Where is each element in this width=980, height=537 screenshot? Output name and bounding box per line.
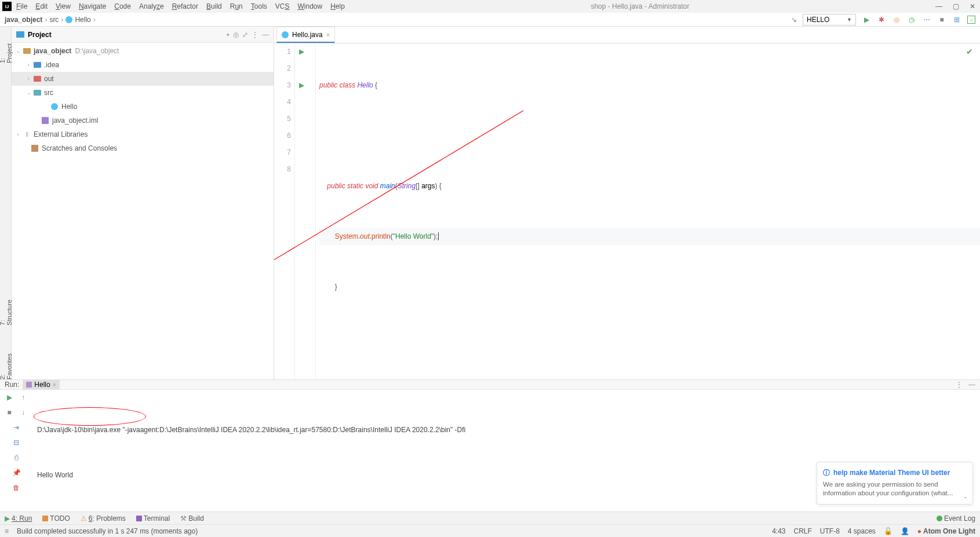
up-stack-button[interactable]: ↑ xyxy=(18,392,28,403)
notification-chevron-icon[interactable]: ⌄ xyxy=(963,494,968,499)
project-tree: ⌵ java_object D:\java_object › .idea › o… xyxy=(12,43,274,379)
editor-area: Hello.java × 1234 5678 ▶ ▶ public class … xyxy=(274,27,980,379)
notification-title: help make Material Theme UI better xyxy=(833,469,950,477)
scroll-end-button[interactable]: ⊟ xyxy=(11,437,21,448)
tree-hello-class[interactable]: Hello xyxy=(12,100,274,114)
breadcrumb-src[interactable]: src xyxy=(49,16,59,24)
run-tool-window: Run: Hello × ⋮ — ▶ ↑ ■ ↓ ⇥ ⊟ ⎙ 📌 🗑 xyxy=(0,379,980,512)
run-tab-hello[interactable]: Hello × xyxy=(23,380,59,389)
editor-tab-label: Hello.java xyxy=(292,31,323,39)
run-button[interactable]: ▶ xyxy=(862,15,871,24)
collapse-icon[interactable]: ⤢ xyxy=(242,31,248,39)
tool-structure-tab[interactable]: 7: Structure xyxy=(0,295,13,326)
tree-root[interactable]: ⌵ java_object D:\java_object xyxy=(12,44,274,58)
close-tab-icon[interactable]: × xyxy=(326,31,330,38)
navigation-bar: java_object › src › Hello › ↘ HELLO ▼ ▶ … xyxy=(0,13,980,27)
project-panel-header: Project ▾ ◎ ⤢ ⋮ — xyxy=(12,27,274,43)
run-hide-icon[interactable]: — xyxy=(968,381,975,389)
print-button[interactable]: ⎙ xyxy=(11,452,21,463)
class-icon xyxy=(65,16,72,23)
run-main-gutter-icon[interactable]: ▶ xyxy=(299,77,304,94)
menu-build[interactable]: Build xyxy=(206,2,222,10)
tree-scratches[interactable]: Scratches and Consoles xyxy=(12,141,274,155)
menu-run[interactable]: Run xyxy=(230,2,243,10)
attach-button[interactable]: ⋯ xyxy=(922,15,931,24)
maximize-icon[interactable]: ▢ xyxy=(953,2,959,10)
menu-view[interactable]: View xyxy=(56,2,71,10)
search-everywhere-button[interactable]: ⌕ xyxy=(967,16,975,24)
notification-body: We are asking your permission to send in… xyxy=(823,480,967,498)
run-config-label: HELLO xyxy=(807,16,829,24)
minimize-icon[interactable]: — xyxy=(935,2,942,10)
menu-refactor[interactable]: Refactor xyxy=(172,2,198,10)
down-stack-button[interactable]: ↓ xyxy=(18,407,28,418)
menu-tools[interactable]: Tools xyxy=(251,2,267,10)
chevron-down-icon[interactable]: ▾ xyxy=(227,32,229,38)
soft-wrap-button[interactable]: ⇥ xyxy=(11,422,21,433)
left-tool-strip: 1: Project 7: Structure 2: Favorites xyxy=(0,27,12,379)
notification-popup[interactable]: ⓘ help make Material Theme UI better We … xyxy=(817,462,973,505)
menu-help[interactable]: Help xyxy=(330,2,345,10)
project-panel-title: Project xyxy=(28,31,223,39)
menu-file[interactable]: File xyxy=(16,2,27,10)
tool-project-tab[interactable]: 1: Project xyxy=(0,38,13,63)
stop-run-button[interactable]: ■ xyxy=(4,407,14,418)
rerun-button[interactable]: ▶ xyxy=(4,392,14,403)
project-tool-window: Project ▾ ◎ ⤢ ⋮ — ⌵ java_object D:\java_… xyxy=(12,27,274,379)
pin-button[interactable]: 📌 xyxy=(11,467,21,478)
class-icon xyxy=(282,31,289,38)
chevron-down-icon: ▼ xyxy=(847,17,852,23)
app-icon xyxy=(26,382,32,388)
breadcrumb-project[interactable]: java_object xyxy=(5,16,42,24)
hide-icon[interactable]: — xyxy=(262,31,269,39)
close-run-tab-icon[interactable]: × xyxy=(53,382,56,388)
close-icon[interactable]: ✕ xyxy=(970,2,975,10)
run-class-gutter-icon[interactable]: ▶ xyxy=(299,43,304,60)
run-panel-header: Run: Hello × ⋮ — xyxy=(0,380,980,390)
run-more-icon[interactable]: ⋮ xyxy=(956,381,963,389)
build-hammer-icon[interactable]: ↘ xyxy=(791,16,797,24)
tree-root-path: D:\java_object xyxy=(75,47,119,55)
tree-root-label: java_object xyxy=(34,47,71,55)
trash-button[interactable]: 🗑 xyxy=(11,483,21,493)
window-title: shop - Hello.java - Administrator xyxy=(345,2,935,10)
main-menu: File Edit View Navigate Code Analyze Ref… xyxy=(16,2,345,10)
menu-vcs[interactable]: VCS xyxy=(275,2,290,10)
tool-favorites-tab[interactable]: 2: Favorites xyxy=(0,349,13,379)
run-config-select[interactable]: HELLO ▼ xyxy=(803,14,856,25)
editor-tab-row: Hello.java × xyxy=(274,27,980,43)
menu-window[interactable]: Window xyxy=(297,2,322,10)
project-header-icon xyxy=(16,31,24,38)
run-panel-title: Run: xyxy=(5,381,19,389)
menu-edit[interactable]: Edit xyxy=(35,2,48,10)
ij-logo-icon: IJ xyxy=(2,2,12,11)
tree-out[interactable]: › out xyxy=(12,72,274,86)
coverage-button[interactable]: ◎ xyxy=(892,15,901,24)
inspection-ok-icon[interactable]: ✔ xyxy=(966,47,973,56)
debug-button[interactable]: ✱ xyxy=(877,15,886,24)
target-icon[interactable]: ◎ xyxy=(233,31,239,39)
profile-button[interactable]: ◷ xyxy=(907,15,916,24)
console-cmd: D:\Java\jdk-10\bin\java.exe "-javaagent:… xyxy=(37,422,975,437)
editor-tab-hello[interactable]: Hello.java × xyxy=(276,27,335,43)
breadcrumb: java_object › src › Hello › xyxy=(5,16,96,24)
menu-code[interactable]: Code xyxy=(114,2,131,10)
run-toolbar: ▶ ↑ ■ ↓ ⇥ ⊟ ⎙ 📌 🗑 xyxy=(0,390,32,537)
tree-src[interactable]: ⌵ src xyxy=(12,86,274,100)
tree-external-libraries[interactable]: ›⫴ External Libraries xyxy=(12,127,274,141)
tree-iml[interactable]: java_object.iml xyxy=(12,114,274,127)
main-area: 1: Project 7: Structure 2: Favorites Pro… xyxy=(0,27,980,379)
tree-idea[interactable]: › .idea xyxy=(12,58,274,72)
title-bar: IJ File Edit View Navigate Code Analyze … xyxy=(0,0,980,13)
info-icon: ⓘ xyxy=(823,468,830,478)
menu-analyze[interactable]: Analyze xyxy=(139,2,164,10)
layout-grid-icon[interactable]: ⊞ xyxy=(952,15,961,24)
breadcrumb-class[interactable]: Hello xyxy=(75,16,90,24)
stop-button[interactable]: ■ xyxy=(937,15,946,24)
menu-navigate[interactable]: Navigate xyxy=(79,2,106,10)
gear-icon[interactable]: ⋮ xyxy=(252,31,258,39)
